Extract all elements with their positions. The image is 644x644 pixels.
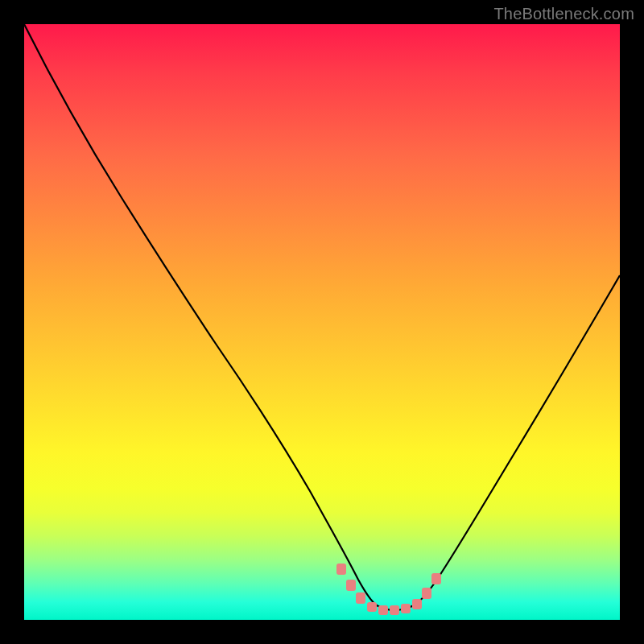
marker-group bbox=[336, 564, 441, 615]
attribution-label: TheBottleneck.com bbox=[493, 5, 634, 23]
svg-rect-2 bbox=[356, 592, 365, 604]
svg-rect-5 bbox=[390, 605, 399, 615]
plot-area bbox=[24, 24, 620, 620]
svg-rect-0 bbox=[336, 564, 346, 575]
svg-rect-1 bbox=[346, 580, 356, 591]
svg-rect-7 bbox=[412, 599, 422, 609]
svg-rect-8 bbox=[422, 588, 431, 599]
svg-rect-4 bbox=[378, 605, 388, 615]
svg-rect-9 bbox=[431, 573, 441, 584]
curve-layer bbox=[24, 24, 620, 620]
svg-rect-3 bbox=[367, 602, 377, 612]
chart-frame: TheBottleneck.com bbox=[0, 0, 644, 644]
bottleneck-curve bbox=[24, 24, 620, 610]
svg-rect-6 bbox=[401, 604, 411, 613]
